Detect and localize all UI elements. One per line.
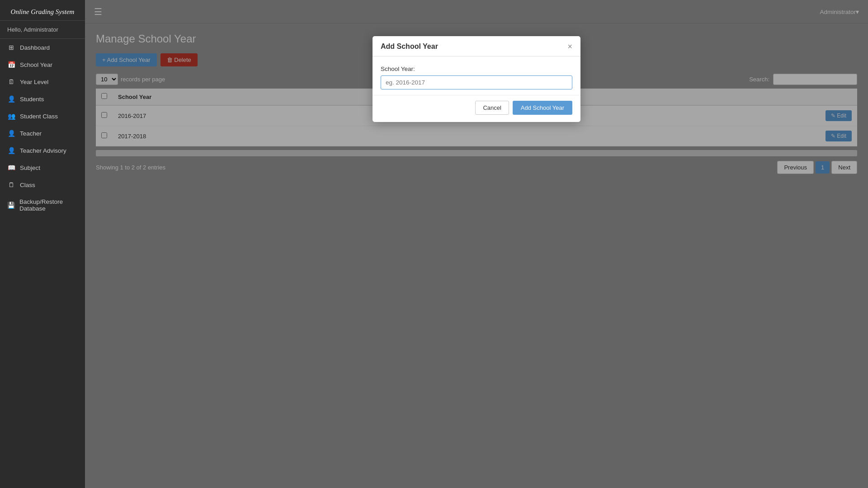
- school-year-label: School Year:: [381, 66, 572, 72]
- sidebar-item-backup-restore[interactable]: 💾 Backup/Restore Database: [0, 193, 85, 217]
- sidebar-item-label: School Year: [20, 61, 52, 68]
- sidebar-item-label: Students: [20, 96, 44, 103]
- modal-body: School Year:: [373, 56, 580, 95]
- student-class-icon: 👥: [7, 113, 15, 120]
- sidebar-item-label: Teacher: [20, 130, 42, 137]
- main-content: ☰ Administrator▾ Manage School Year + Ad…: [85, 0, 868, 488]
- modal-close-button[interactable]: ×: [567, 42, 572, 51]
- brand-title: Online Grading System: [0, 0, 85, 21]
- school-year-icon: 📅: [7, 61, 15, 68]
- modal-add-school-year-button[interactable]: Add School Year: [513, 101, 572, 115]
- students-icon: 👤: [7, 95, 15, 103]
- add-school-year-modal: Add School Year × School Year: Cancel Ad…: [373, 36, 580, 122]
- sidebar-item-label: Teacher Advisory: [20, 147, 66, 154]
- sidebar-item-label: Year Level: [20, 79, 48, 85]
- sidebar-item-class[interactable]: 🗒 Class: [0, 176, 85, 193]
- sidebar-item-label: Subject: [20, 164, 40, 171]
- school-year-input[interactable]: [381, 75, 572, 89]
- modal-footer: Cancel Add School Year: [373, 95, 580, 122]
- sidebar-item-label: Class: [20, 182, 35, 188]
- sidebar: Online Grading System Hello, Administrat…: [0, 0, 85, 488]
- sidebar-item-school-year[interactable]: 📅 School Year: [0, 56, 85, 73]
- sidebar-item-year-level[interactable]: 🗓 Year Level: [0, 73, 85, 90]
- modal-title: Add School Year: [381, 42, 438, 51]
- teacher-icon: 👤: [7, 130, 15, 137]
- modal-header: Add School Year ×: [373, 36, 580, 56]
- sidebar-item-label: Student Class: [20, 113, 58, 120]
- teacher-advisory-icon: 👤: [7, 147, 15, 154]
- class-icon: 🗒: [7, 181, 15, 188]
- sidebar-item-student-class[interactable]: 👥 Student Class: [0, 108, 85, 125]
- sidebar-item-teacher-advisory[interactable]: 👤 Teacher Advisory: [0, 142, 85, 159]
- sidebar-item-subject[interactable]: 📖 Subject: [0, 159, 85, 176]
- sidebar-item-teacher[interactable]: 👤 Teacher: [0, 125, 85, 142]
- year-level-icon: 🗓: [7, 78, 15, 85]
- modal-overlay: Add School Year × School Year: Cancel Ad…: [85, 0, 868, 488]
- sidebar-nav: ⊞ Dashboard 📅 School Year 🗓 Year Level 👤…: [0, 39, 85, 217]
- sidebar-item-dashboard[interactable]: ⊞ Dashboard: [0, 39, 85, 56]
- cancel-button[interactable]: Cancel: [475, 101, 509, 115]
- subject-icon: 📖: [7, 164, 15, 171]
- sidebar-item-label: Dashboard: [20, 44, 50, 51]
- sidebar-item-label: Backup/Restore Database: [19, 198, 78, 212]
- dashboard-icon: ⊞: [7, 44, 15, 51]
- backup-icon: 💾: [7, 202, 15, 209]
- hello-greeting: Hello, Administrator: [0, 21, 85, 39]
- sidebar-item-students[interactable]: 👤 Students: [0, 90, 85, 108]
